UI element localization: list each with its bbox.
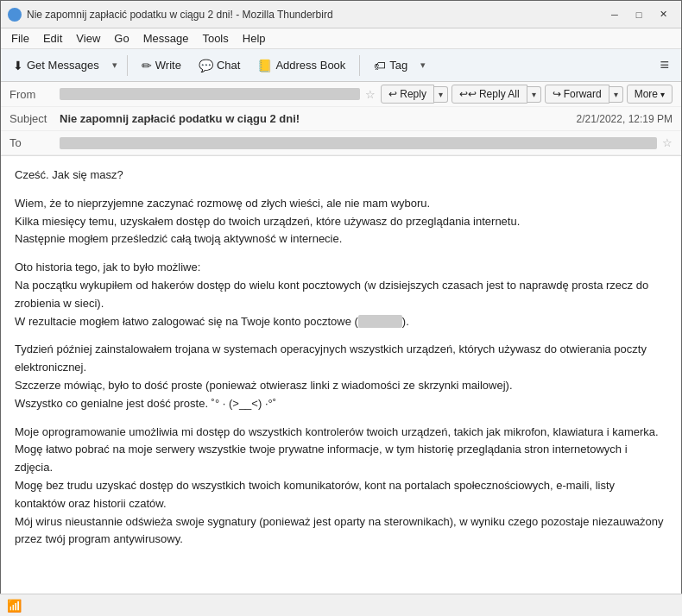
forward-button[interactable]: ↪ Forward <box>545 85 609 104</box>
toolbar-separator-2 <box>359 55 360 76</box>
email-date: 2/21/2022, 12:19 PM <box>577 113 673 125</box>
write-button[interactable]: ✏ Write <box>135 55 188 76</box>
write-label: Write <box>155 59 181 72</box>
reply-all-button-group: ↩↩ Reply All ▾ <box>452 85 541 104</box>
from-label: From <box>9 88 54 101</box>
body-paragraph-2: Wiem, że to nieprzyjemne zaczynać rozmow… <box>15 195 667 248</box>
forward-label: Forward <box>564 88 602 100</box>
reply-dropdown[interactable]: ▾ <box>434 86 448 103</box>
tag-icon: 🏷 <box>374 59 386 72</box>
to-label: To <box>9 136 54 149</box>
menu-message[interactable]: Message <box>136 30 196 47</box>
subject-row: Subject Nie zapomnij zapłacić podatku w … <box>1 107 681 131</box>
tag-button[interactable]: 🏷 Tag <box>367 55 414 76</box>
subject-value: Nie zapomnij zapłacić podatku w ciągu 2 … <box>60 112 571 125</box>
reply-all-dropdown[interactable]: ▾ <box>527 86 541 103</box>
forward-dropdown[interactable]: ▾ <box>609 86 623 103</box>
address-book-button[interactable]: 📒 Address Book <box>250 55 352 76</box>
menu-bar: File Edit View Go Message Tools Help <box>1 28 681 49</box>
tag-label: Tag <box>389 59 407 72</box>
window-title: Nie zapomnij zapłacić podatku w ciągu 2 … <box>27 9 603 21</box>
address-book-icon: 📒 <box>257 59 272 72</box>
hamburger-menu-button[interactable]: ≡ <box>653 53 676 78</box>
reply-button-group: ↩ Reply ▾ <box>381 85 448 104</box>
body-paragraph-6: Moje oprogramowanie umożliwia mi dostęp … <box>15 424 667 550</box>
menu-view[interactable]: View <box>69 30 107 47</box>
reply-all-label: Reply All <box>479 88 520 100</box>
body-paragraph-1: Cześć. Jak się masz? <box>15 167 667 185</box>
reply-all-arrow-icon: ↩↩ <box>459 88 477 100</box>
app-icon <box>8 8 22 22</box>
status-bar: 📶 <box>0 594 682 616</box>
window-controls: ─ □ ✕ <box>603 6 674 23</box>
menu-edit[interactable]: Edit <box>36 30 69 47</box>
maximize-button[interactable]: □ <box>628 6 650 23</box>
menu-tools[interactable]: Tools <box>195 30 235 47</box>
more-label: More <box>635 88 658 100</box>
toolbar-separator-1 <box>127 55 128 76</box>
close-button[interactable]: ✕ <box>652 6 674 23</box>
chat-button[interactable]: 💬 Chat <box>192 55 247 76</box>
body-paragraph-3: Oto historia tego, jak to było możliwe: … <box>15 259 667 330</box>
get-messages-button[interactable]: ⬇ Get Messages <box>6 55 106 76</box>
get-messages-dropdown[interactable]: ▾ <box>110 56 120 74</box>
get-messages-icon: ⬇ <box>13 59 23 72</box>
from-row: From ☆ ↩ Reply ▾ ↩↩ Reply All ▾ <box>1 82 681 107</box>
address-book-label: Address Book <box>275 59 345 72</box>
menu-help[interactable]: Help <box>236 30 273 47</box>
redacted-email <box>358 315 402 328</box>
email-header: From ☆ ↩ Reply ▾ ↩↩ Reply All ▾ <box>1 82 681 156</box>
wifi-icon: 📶 <box>7 599 22 613</box>
title-bar: Nie zapomnij zapłacić podatku w ciągu 2 … <box>1 1 681 28</box>
email-body-container[interactable]: Cześć. Jak się masz? Wiem, że to nieprzy… <box>1 156 681 596</box>
chat-icon: 💬 <box>199 59 213 72</box>
more-button[interactable]: More ▾ <box>627 85 673 104</box>
write-icon: ✏ <box>142 59 152 72</box>
from-value <box>60 88 360 100</box>
to-star-icon[interactable]: ☆ <box>662 136 673 149</box>
menu-go[interactable]: Go <box>107 30 136 47</box>
reply-button[interactable]: ↩ Reply <box>381 85 434 104</box>
forward-button-group: ↪ Forward ▾ <box>545 85 623 104</box>
chat-label: Chat <box>217 59 240 72</box>
reply-arrow-icon: ↩ <box>388 88 397 100</box>
to-row: To ☆ <box>1 131 681 155</box>
toolbar: ⬇ Get Messages ▾ ✏ Write 💬 Chat 📒 Addres… <box>1 49 681 82</box>
body-paragraph-4: Tydzień później zainstalowałem trojana w… <box>15 341 667 412</box>
from-star-icon[interactable]: ☆ <box>365 88 376 101</box>
minimize-button[interactable]: ─ <box>603 6 626 23</box>
tag-dropdown[interactable]: ▾ <box>418 56 428 74</box>
menu-file[interactable]: File <box>4 30 36 47</box>
subject-label: Subject <box>9 112 54 125</box>
get-messages-label: Get Messages <box>27 59 99 72</box>
reply-all-button[interactable]: ↩↩ Reply All <box>452 85 527 104</box>
to-value <box>60 137 657 149</box>
more-chevron-icon: ▾ <box>660 90 665 99</box>
forward-arrow-icon: ↪ <box>553 88 561 100</box>
header-action-buttons: ↩ Reply ▾ ↩↩ Reply All ▾ ↪ Forward ▾ <box>381 85 673 104</box>
reply-label: Reply <box>400 88 426 100</box>
email-body: Cześć. Jak się masz? Wiem, że to nieprzy… <box>1 156 681 569</box>
